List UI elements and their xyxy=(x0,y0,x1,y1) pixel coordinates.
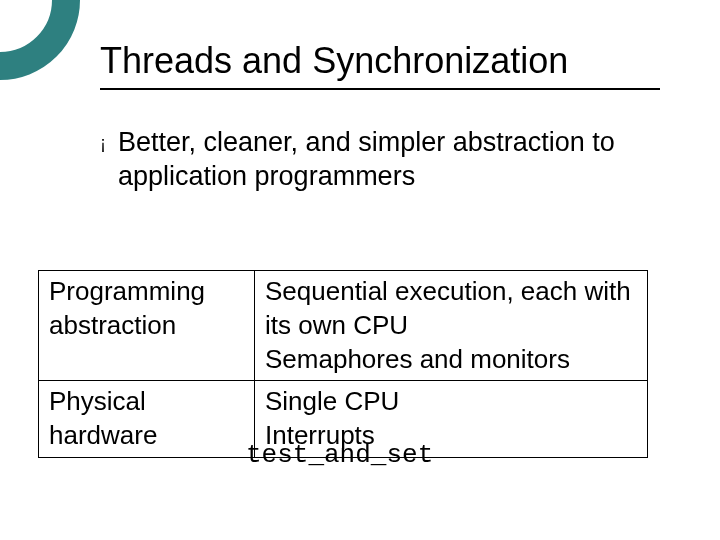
table-cell-right: Sequential execution, each with its own … xyxy=(255,271,648,381)
cell-line: Semaphores and monitors xyxy=(265,344,570,374)
table-cell-left: Programming abstraction xyxy=(39,271,255,381)
table-cell-left: Physical hardware xyxy=(39,381,255,458)
cell-line: Sequential execution, each with its own … xyxy=(265,276,631,340)
cell-line: Single CPU xyxy=(265,386,399,416)
decorative-circle xyxy=(0,0,80,80)
title-block: Threads and Synchronization xyxy=(100,40,660,90)
bullet-marker: ¡ xyxy=(100,126,106,160)
comparison-table: Programming abstraction Sequential execu… xyxy=(38,270,648,458)
title-underline xyxy=(100,88,660,90)
overflow-code: test_and_set xyxy=(246,440,433,470)
slide-title: Threads and Synchronization xyxy=(100,40,660,82)
bullet-block: ¡ Better, cleaner, and simpler abstracti… xyxy=(100,126,640,194)
bullet-text: Better, cleaner, and simpler abstraction… xyxy=(118,126,640,194)
table-row: Programming abstraction Sequential execu… xyxy=(39,271,648,381)
